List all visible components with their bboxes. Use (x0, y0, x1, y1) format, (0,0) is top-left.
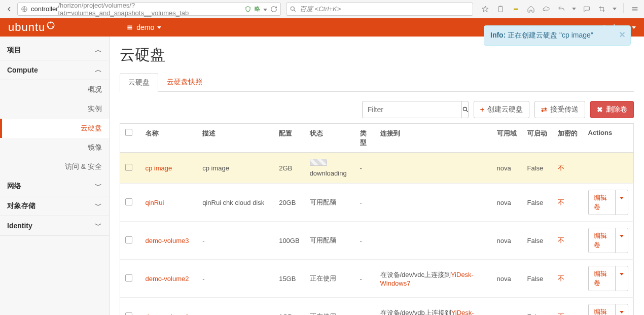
filter-search-button[interactable] (461, 101, 469, 118)
cell-type: - (355, 153, 375, 184)
sidebar-group-identity[interactable]: Identity﹀ (0, 216, 109, 236)
crop-icon[interactable] (596, 3, 608, 15)
shield-icon[interactable] (244, 5, 252, 13)
sidebar-group-network[interactable]: 网络﹀ (0, 177, 109, 196)
row-checkbox[interactable] (125, 236, 132, 243)
filter-input[interactable] (363, 106, 461, 114)
row-action: 编辑卷 (588, 228, 629, 253)
sidebar: 项目︿ Compute︿ 概况 实例 云硬盘 镜像 访问 & 安全 网络﹀ 对象… (0, 37, 110, 315)
sidebar-group-objstore[interactable]: 对象存储﹀ (0, 196, 109, 216)
sidebar-item-volumes[interactable]: 云硬盘 (0, 119, 109, 138)
table-row: qinRui qinRui chk cloud disk 20GB 可用配额 -… (120, 184, 634, 222)
table-actions: + 创建云硬盘 ⇄ 接受传送 ✖ 删除卷 (120, 101, 634, 118)
col-actions: Actions (583, 124, 634, 153)
globe-icon (21, 5, 28, 13)
clipboard-icon[interactable] (494, 3, 507, 15)
cell-status: 可用配额 (310, 198, 336, 206)
svg-point-1 (291, 7, 294, 11)
svg-point-11 (463, 107, 467, 111)
svg-point-6 (52, 26, 54, 28)
cell-status: 可用配额 (310, 236, 336, 244)
tab-snapshots[interactable]: 云硬盘快照 (158, 73, 211, 91)
undo-icon[interactable] (555, 3, 567, 15)
row-action: 编辑卷 (588, 266, 629, 291)
browser-search[interactable]: 百度 <Ctrl+K> (286, 3, 473, 16)
close-icon[interactable]: × (619, 29, 625, 41)
cell-az: nova (492, 222, 522, 260)
edit-volume-button[interactable]: 编辑卷 (588, 228, 616, 253)
volume-name-link[interactable]: demo-volume3 (146, 237, 189, 244)
row-checkbox[interactable] (125, 164, 132, 171)
accept-transfer-button[interactable]: ⇄ 接受传送 (534, 101, 585, 118)
sidebar-group-compute[interactable]: Compute︿ (0, 60, 109, 80)
col-desc: 描述 (197, 124, 274, 153)
cell-az: nova (492, 298, 522, 316)
menu-icon[interactable] (629, 3, 641, 15)
cell-az: nova (492, 260, 522, 298)
ubuntu-logo: ubuntu (8, 21, 55, 34)
cell-encrypted: 不 (553, 222, 583, 260)
row-checkbox[interactable] (125, 274, 132, 282)
volume-name-link[interactable]: qinRui (146, 199, 164, 206)
cell-az: nova (492, 184, 522, 222)
cell-size: 15GB (274, 260, 304, 298)
url-bar[interactable]: controller/horizon/project/volumes/?tab=… (17, 3, 281, 16)
col-name: 名称 (140, 124, 198, 153)
select-all-checkbox[interactable] (125, 129, 132, 136)
action-dropdown[interactable] (616, 228, 628, 253)
cell-size: 20GB (274, 184, 304, 222)
content-area: Info: 正在创建云硬盘 "cp image" × 云硬盘 云硬盘 云硬盘快照… (110, 37, 644, 315)
sidebar-item-images[interactable]: 镜像 (0, 138, 109, 157)
table-row: cp image cp image 2GB downloading - nova… (120, 153, 634, 184)
svg-rect-9 (128, 28, 132, 29)
chevron-down-icon (157, 26, 161, 29)
row-checkbox[interactable] (125, 198, 132, 205)
cell-bootable: False (522, 222, 553, 260)
volumes-table: 名称 描述 配置 状态 类型 连接到 可用域 可启动 加密的 Actions c… (120, 123, 634, 315)
url-domain: controller (31, 5, 58, 13)
create-volume-button[interactable]: + 创建云硬盘 (474, 101, 529, 118)
chat-icon[interactable] (581, 3, 593, 15)
sidebar-group-project[interactable]: 项目︿ (0, 41, 109, 60)
sidebar-item-access[interactable]: 访问 & 安全 (0, 157, 109, 177)
dropdown-icon[interactable] (263, 5, 267, 13)
action-dropdown[interactable] (616, 304, 628, 315)
row-checkbox[interactable] (125, 312, 132, 316)
volume-name-link[interactable]: cp image (146, 164, 172, 172)
edit-volume-button[interactable]: 编辑卷 (588, 190, 616, 215)
volume-name-link[interactable]: demo-volume1 (146, 313, 189, 316)
edit-volume-button[interactable]: 编辑卷 (588, 266, 616, 291)
cell-desc: cp image (197, 153, 274, 184)
svg-point-4 (50, 22, 52, 23)
back-button[interactable] (3, 3, 15, 15)
volume-name-link[interactable]: demo-volume2 (146, 275, 189, 283)
action-dropdown[interactable] (616, 266, 628, 291)
undo-caret-icon[interactable] (570, 3, 578, 15)
project-dropdown[interactable]: demo (126, 23, 161, 31)
edit-volume-button[interactable]: 编辑卷 (588, 304, 616, 315)
sidebar-item-instances[interactable]: 实例 (0, 99, 109, 119)
cell-desc: - (197, 298, 274, 316)
attached-prefix: 在设备/dev/vdb上连接到 (380, 309, 451, 316)
alert-text: 正在创建云硬盘 "cp image" (508, 31, 593, 39)
url-path: /horizon/project/volumes/?tab=volumes_an… (58, 2, 244, 17)
star-icon[interactable] (479, 3, 491, 15)
cell-desc: qinRui chk cloud disk (197, 184, 274, 222)
page-title: 云硬盘 (120, 45, 634, 65)
translate-icon[interactable]: 略 (255, 5, 260, 13)
tab-volumes[interactable]: 云硬盘 (120, 73, 158, 92)
cell-size: 2GB (274, 153, 304, 184)
cell-desc: - (197, 260, 274, 298)
delete-volume-button[interactable]: ✖ 删除卷 (590, 101, 634, 118)
refresh-icon[interactable] (270, 5, 277, 13)
loading-bar (310, 159, 327, 166)
dash-icon[interactable] (510, 3, 522, 15)
cell-status: 正在使用 (310, 274, 336, 282)
crop-caret-icon[interactable] (611, 3, 618, 15)
sidebar-item-overview[interactable]: 概况 (0, 80, 109, 99)
x-icon: ✖ (597, 106, 603, 114)
action-dropdown[interactable] (616, 190, 628, 215)
cloud-icon[interactable] (540, 3, 552, 15)
home-icon[interactable] (525, 3, 537, 15)
cell-encrypted: 不 (553, 184, 583, 222)
